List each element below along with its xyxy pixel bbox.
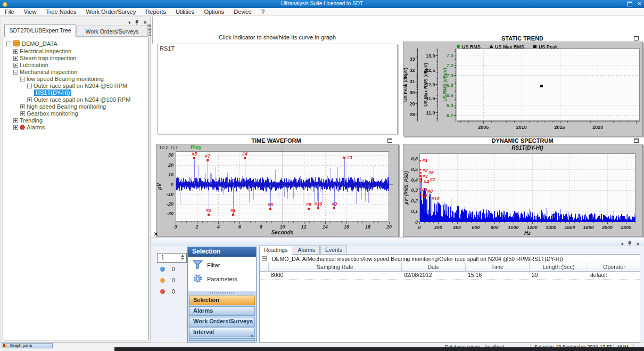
menu-device[interactable]: Device <box>229 8 257 15</box>
tree-item-alarms[interactable]: Alarms <box>3 124 148 130</box>
table-corner-cell <box>260 263 269 272</box>
app-window: { "window": { "title": "Ultranalysis Sui… <box>0 0 644 351</box>
indicator-box[interactable]: RS1T <box>157 44 398 134</box>
table-cell: 15:16 <box>466 272 530 279</box>
alarm-counter-blue: 0 <box>160 266 175 272</box>
column-header-sampling-rate[interactable]: Sampling Rate <box>269 263 402 272</box>
tree-item-low-speed-bearing-monitoring[interactable]: low speed Bearing monitoring <box>3 75 148 82</box>
menu-file[interactable]: File <box>0 8 19 15</box>
graph-pane: Click indicator to show/hide its curve i… <box>153 16 644 237</box>
maximize-icon[interactable] <box>634 36 639 40</box>
tree-item-lubrication[interactable]: Lubrication <box>3 61 148 68</box>
menu-tree-nodes[interactable]: Tree Nodes <box>41 8 81 15</box>
menu-work-order-survey[interactable]: Work Order/Survey <box>81 8 141 15</box>
title-bar: Ultranalysis Suite Licensed to SDT – ✕ <box>0 0 644 8</box>
restore-button[interactable] <box>628 2 632 6</box>
accordion-footer: » <box>189 338 255 341</box>
close-icon[interactable]: ✕ <box>636 242 640 247</box>
reading-count-spinner[interactable]: 1 <box>157 253 187 263</box>
tree-item-outer-race-spall-on-n204-100-rpm[interactable]: Outer race spall on N204 @100 RPM <box>3 96 148 103</box>
column-header-time[interactable]: Time <box>466 263 530 272</box>
row-selector-cell <box>260 272 269 279</box>
tree-item-label: Electrical inspection <box>20 48 71 54</box>
table-row[interactable]: 800002/08/201215:1620default <box>260 272 640 280</box>
column-header-length-sec[interactable]: Length (Sec) <box>530 263 588 272</box>
tree-item-steam-trap-inspection[interactable]: Steam trap inspection <box>3 54 148 61</box>
alarm-counter-value: 0 <box>172 266 175 272</box>
tree-item-high-speed-bearing-monitoring[interactable]: high speed Bearing monitoring <box>3 103 148 110</box>
expand-icon[interactable] <box>13 48 18 53</box>
close-icon[interactable]: ✕ <box>153 231 159 237</box>
minimize-button[interactable]: – <box>620 1 623 7</box>
readings-table: DEMO_DATA/Mechanical inspection/low spee… <box>259 254 640 342</box>
column-header-operator[interactable]: Operator <box>588 263 640 272</box>
tree-item-mechanical-inspection[interactable]: Mechanical inspection <box>3 68 148 75</box>
column-header-date[interactable]: Date <box>402 263 466 272</box>
tab-work-orders-surveys[interactable]: Work Orders/Surveys <box>76 26 148 37</box>
spinner-arrows-icon[interactable] <box>181 255 185 260</box>
accordion-interval[interactable]: Interval <box>189 328 255 337</box>
tree-item-gearbox-monitoring[interactable]: Gearbox monitoring <box>3 110 148 117</box>
tree-item-label: RS1T(DY-Ht) <box>34 89 71 96</box>
tree-item-trending[interactable]: Trending <box>3 117 148 124</box>
tree-item-demo-data[interactable]: DEMO_DATA <box>3 39 148 47</box>
parameters-button[interactable]: Parameters <box>193 274 256 284</box>
maximize-icon[interactable] <box>387 138 392 143</box>
tree-item-outer-race-spall-on-n204-50-rpm[interactable]: Outer race spall on N204 @50 RPM <box>3 82 148 89</box>
tab-events[interactable]: Events <box>320 246 347 254</box>
time-waveform-panel <box>156 144 399 237</box>
menu-[interactable]: ? <box>257 8 269 15</box>
menu-utilities[interactable]: Utilities <box>171 8 199 15</box>
alarm-dot-icon <box>20 125 25 130</box>
tree-item-rs1t-dy-ht[interactable]: RS1T(DY-Ht) <box>3 89 148 96</box>
tree-item-electrical-inspection[interactable]: Electrical inspection <box>3 47 148 54</box>
menu-bar: FileViewTree NodesWork Order/SurveyRepor… <box>0 8 644 16</box>
collapse-icon[interactable] <box>20 76 25 81</box>
taskbar-item-graph-pane[interactable]: Graph pane <box>2 343 53 348</box>
dynamic-spectrum-chart[interactable] <box>403 144 641 235</box>
tree-item-label: low speed Bearing monitoring <box>27 76 104 82</box>
menu-options[interactable]: Options <box>199 8 229 15</box>
collapse-icon[interactable] <box>13 69 18 74</box>
tree-item-label: Steam trap inspection <box>20 55 76 61</box>
selection-panel: Selection Filter Parameters SelectionAla… <box>187 247 257 342</box>
expand-icon[interactable] <box>13 55 18 60</box>
expand-icon[interactable] <box>20 104 25 109</box>
collapse-icon[interactable] <box>6 41 11 46</box>
pin-icon[interactable] <box>628 239 632 249</box>
menu-view[interactable]: View <box>19 8 42 15</box>
dock-menu-icon[interactable]: ▾ <box>621 242 623 247</box>
static-trend-chart[interactable] <box>403 42 641 135</box>
expand-icon[interactable] <box>20 111 25 116</box>
tree-item-label: Mechanical inspection <box>20 69 77 75</box>
tab-readings[interactable]: Readings <box>259 246 292 255</box>
bottom-dock-header <box>151 238 644 246</box>
accordion-alarms[interactable]: Alarms <box>189 306 255 316</box>
graph-pane-icon <box>3 344 7 347</box>
tab-alarms[interactable]: Alarms <box>293 246 320 254</box>
collapse-icon[interactable] <box>27 83 32 88</box>
readings-group-row[interactable]: DEMO_DATA/Mechanical inspection/low spee… <box>260 255 640 263</box>
filter-button[interactable]: Filter <box>193 260 256 270</box>
table-cell: 02/08/2012 <box>402 272 466 279</box>
orange-dot-icon <box>160 278 165 283</box>
readings-group-path: DEMO_DATA/Mechanical inspection/low spee… <box>272 256 563 262</box>
expand-icon[interactable] <box>13 118 18 123</box>
collapse-icon[interactable] <box>262 256 267 262</box>
maximize-icon[interactable] <box>634 138 639 143</box>
close-button[interactable]: ✕ <box>637 1 641 7</box>
selection-panel-header: Selection <box>188 247 256 257</box>
device-tree: DEMO_DATAElectrical inspectionSteam trap… <box>3 37 148 340</box>
menu-reports[interactable]: Reports <box>141 8 171 15</box>
expand-icon[interactable] <box>13 125 18 129</box>
indicator-label[interactable]: RS1T <box>160 45 175 52</box>
accordion-selection[interactable]: Selection <box>189 296 255 305</box>
tree-item-label: Lubrication <box>20 62 48 68</box>
accordion-work-orders-surveys[interactable]: Work Orders/Surveys <box>189 317 255 326</box>
tab-sdt270-lubexpert-tree[interactable]: SDT270/LUBExpert Tree <box>4 25 76 37</box>
time-waveform-chart[interactable] <box>156 144 397 235</box>
expand-icon[interactable] <box>13 62 18 67</box>
expand-icon[interactable] <box>27 97 32 102</box>
red-dot-icon <box>160 289 165 294</box>
chevron-double-icon[interactable]: » <box>249 334 254 337</box>
